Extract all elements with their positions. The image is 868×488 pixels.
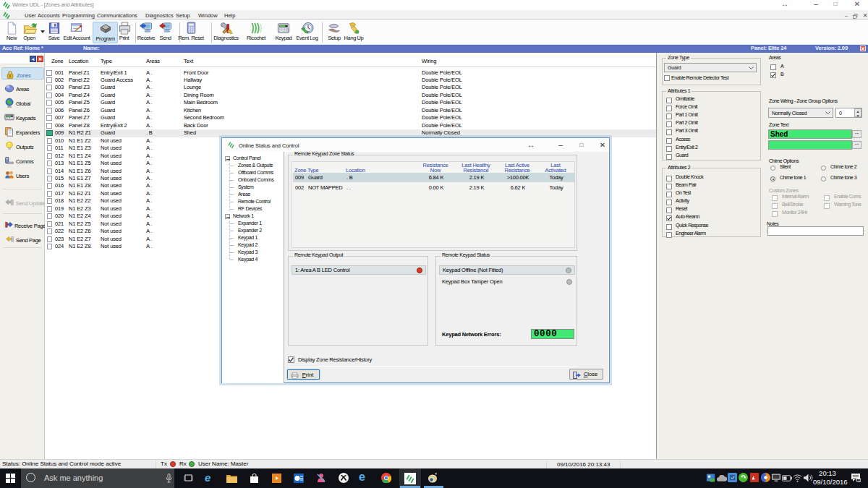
svg-text:1: 1 <box>858 478 860 482</box>
